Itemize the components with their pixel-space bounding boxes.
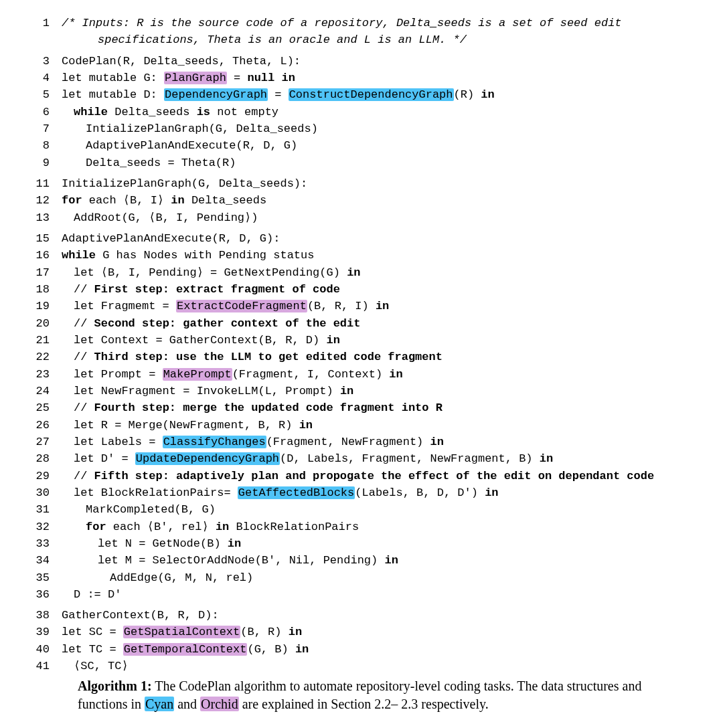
highlight-orchid: GetSpatialContext bbox=[123, 626, 240, 638]
line-number: 26 bbox=[27, 417, 50, 434]
line-number: 20 bbox=[27, 315, 50, 332]
code-text: Delta_seeds = Theta(R) bbox=[50, 155, 236, 171]
code-text: while Delta_seeds is not empty bbox=[50, 104, 278, 120]
code-text: IntializePlanGraph(G, Delta_seeds) bbox=[50, 120, 318, 137]
line-number: 3 bbox=[27, 53, 50, 70]
line-number: 33 bbox=[27, 535, 50, 552]
code-line: 3CodePlan(R, Delta_seeds, Theta, L): bbox=[27, 53, 696, 70]
code-line: 8AdaptivePlanAndExecute(R, D, G) bbox=[27, 137, 696, 154]
code-line: 36D := D' bbox=[27, 586, 696, 603]
code-text: let SC = GetSpatialContext(B, R) in bbox=[50, 624, 302, 640]
code-line: 35AddEdge(G, M, N, rel) bbox=[27, 569, 696, 586]
code-line: 16while G has Nodes with Pending status bbox=[27, 247, 696, 264]
code-line: 41⟨SC, TC⟩ bbox=[27, 658, 696, 674]
code-text: let N = GetNode(B) in bbox=[50, 535, 241, 552]
line-number: 27 bbox=[27, 434, 50, 450]
code-text: // Third step: use the LLM to get edited… bbox=[50, 349, 443, 365]
code-text: // Second step: gather context of the ed… bbox=[50, 315, 360, 332]
code-text: let mutable G: PlanGraph = null in bbox=[50, 70, 295, 86]
line-number: 36 bbox=[27, 586, 50, 603]
line-number: 6 bbox=[27, 104, 50, 120]
code-text: specifications, Theta is an oracle and L… bbox=[50, 31, 467, 48]
code-line: 23let Prompt = MakePrompt(Fragment, I, C… bbox=[27, 366, 696, 383]
line-number: 1 bbox=[27, 15, 50, 31]
line-number: 35 bbox=[27, 569, 50, 586]
line-number: 25 bbox=[27, 399, 50, 416]
code-text: let NewFragment = InvokeLLM(L, Prompt) i… bbox=[50, 383, 353, 399]
code-text: let R = Merge(NewFragment, B, R) in bbox=[50, 417, 313, 434]
code-line: 19let Fragmemt = ExtractCodeFragment(B, … bbox=[27, 298, 696, 314]
code-line: 33let N = GetNode(B) in bbox=[27, 535, 696, 552]
code-line: 18// First step: extract fragment of cod… bbox=[27, 281, 696, 298]
line-number: 22 bbox=[27, 349, 50, 365]
code-line: 38GatherContext(B, R, D): bbox=[27, 607, 696, 624]
line-number: 41 bbox=[27, 658, 50, 674]
line-number: 17 bbox=[27, 264, 50, 281]
code-text: MarkCompleted(B, G) bbox=[50, 501, 216, 518]
highlight-cyan: Cyan bbox=[145, 697, 174, 711]
highlight-orchid: GetTemporalContext bbox=[123, 643, 248, 656]
code-line: 5let mutable D: DependencyGraph = Constr… bbox=[27, 86, 696, 103]
code-text: let M = SelectOrAddNode(B', Nil, Pending… bbox=[50, 552, 398, 569]
code-line: 7IntializePlanGraph(G, Delta_seeds) bbox=[27, 120, 696, 137]
code-text: let D' = UpdateDependencyGraph(D, Labels… bbox=[50, 450, 553, 467]
line-number: 30 bbox=[27, 484, 50, 501]
line-number: 13 bbox=[27, 209, 50, 226]
code-text: let ⟨B, I, Pending⟩ = GetNextPending(G) … bbox=[50, 264, 361, 281]
code-text: D := D' bbox=[50, 586, 121, 603]
highlight-cyan: ClassifyChanges bbox=[163, 436, 266, 448]
code-text: for each ⟨B, I⟩ in Delta_seeds bbox=[50, 192, 266, 209]
code-text: ⟨SC, TC⟩ bbox=[50, 658, 129, 674]
code-line: 28let D' = UpdateDependencyGraph(D, Labe… bbox=[27, 450, 696, 467]
code-text: InitializePlanGraph(G, Delta_seeds): bbox=[50, 175, 307, 192]
code-text: AdaptivePlanAndExecute(R, D, G): bbox=[50, 230, 280, 247]
code-text: let TC = GetTemporalContext(G, B) in bbox=[50, 641, 309, 658]
code-text: // Fifth step: adaptively plan and propo… bbox=[50, 468, 654, 484]
line-number: 18 bbox=[27, 281, 50, 298]
line-number: 31 bbox=[27, 501, 50, 518]
line-number: 28 bbox=[27, 450, 50, 467]
code-text: GatherContext(B, R, D): bbox=[50, 607, 219, 624]
line-number: 23 bbox=[27, 366, 50, 383]
code-text: AddEdge(G, M, N, rel) bbox=[50, 569, 253, 586]
code-line: 6while Delta_seeds is not empty bbox=[27, 104, 696, 120]
algorithm-caption: Algorithm 1: The CodePlan algorithm to a… bbox=[27, 674, 696, 713]
highlight-orchid: Orchid bbox=[200, 697, 239, 711]
code-line: 4let mutable G: PlanGraph = null in bbox=[27, 70, 696, 86]
code-line: 29// Fifth step: adaptively plan and pro… bbox=[27, 468, 696, 484]
code-line: 1/* Inputs: R is the source code of a re… bbox=[27, 15, 696, 31]
code-text: let mutable D: DependencyGraph = Constru… bbox=[50, 86, 495, 103]
highlight-orchid: PlanGraph bbox=[164, 72, 227, 84]
code-line: 39let SC = GetSpatialContext(B, R) in bbox=[27, 624, 696, 640]
code-text: AddRoot(G, ⟨B, I, Pending⟩) bbox=[50, 209, 258, 226]
line-number: 24 bbox=[27, 383, 50, 399]
code-line: 25// Fourth step: merge the updated code… bbox=[27, 399, 696, 416]
line-number: 12 bbox=[27, 192, 50, 209]
code-line: 11InitializePlanGraph(G, Delta_seeds): bbox=[27, 175, 696, 192]
code-line: 30let BlockRelationPairs= GetAffectedBlo… bbox=[27, 484, 696, 501]
code-line: 24let NewFragment = InvokeLLM(L, Prompt)… bbox=[27, 383, 696, 399]
line-number: 34 bbox=[27, 552, 50, 569]
highlight-cyan: GetAffectedBlocks bbox=[238, 486, 355, 499]
code-line: 12for each ⟨B, I⟩ in Delta_seeds bbox=[27, 192, 696, 209]
code-line: 21let Context = GatherContext(B, R, D) i… bbox=[27, 332, 696, 349]
code-line: 20// Second step: gather context of the … bbox=[27, 315, 696, 332]
code-text: let Labels = ClassifyChanges(Fragment, N… bbox=[50, 434, 444, 450]
code-line: 32for each ⟨B′, rel⟩ in BlockRelationPai… bbox=[27, 519, 696, 535]
code-text: // Fourth step: merge the updated code f… bbox=[50, 399, 443, 416]
code-text: let Prompt = MakePrompt(Fragment, I, Con… bbox=[50, 366, 403, 383]
code-text: /* Inputs: R is the source code of a rep… bbox=[50, 15, 622, 31]
highlight-cyan: UpdateDependencyGraph bbox=[135, 452, 280, 465]
code-line: 31MarkCompleted(B, G) bbox=[27, 501, 696, 518]
code-text: let Context = GatherContext(B, R, D) in bbox=[50, 332, 340, 349]
code-line: 27let Labels = ClassifyChanges(Fragment,… bbox=[27, 434, 696, 450]
line-number: 5 bbox=[27, 86, 50, 103]
algorithm-listing: 1/* Inputs: R is the source code of a re… bbox=[27, 15, 696, 674]
highlight-cyan: DependencyGraph bbox=[164, 88, 268, 101]
line-number: 21 bbox=[27, 332, 50, 349]
code-text: let BlockRelationPairs= GetAffectedBlock… bbox=[50, 484, 499, 501]
highlight-cyan: ConstructDependencyGraph bbox=[289, 88, 454, 101]
code-line: 26let R = Merge(NewFragment, B, R) in bbox=[27, 417, 696, 434]
line-number: 38 bbox=[27, 607, 50, 624]
code-line: 13AddRoot(G, ⟨B, I, Pending⟩) bbox=[27, 209, 696, 226]
